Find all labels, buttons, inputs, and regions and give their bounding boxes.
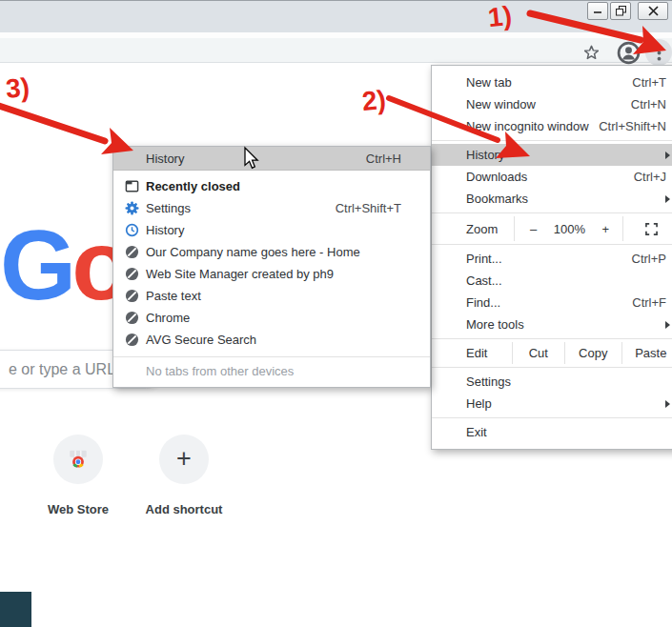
shortcut-hint: Ctrl+F: [632, 295, 666, 310]
annotation-step-1: 1): [486, 1, 513, 33]
fullscreen-button[interactable]: [622, 216, 672, 241]
menu-separator: [432, 338, 672, 339]
menu-separator: [432, 244, 672, 245]
menu-separator: [432, 140, 672, 141]
submenu-item-chrome[interactable]: Chrome: [113, 307, 430, 329]
menu-item-downloads[interactable]: Downloads Ctrl+J: [432, 166, 672, 188]
menu-item-new-incognito-window[interactable]: New incognito window Ctrl+Shift+N: [432, 115, 672, 137]
zoom-in-button[interactable]: +: [601, 222, 609, 236]
submenu-item-recently-closed[interactable]: Recently closed: [113, 175, 430, 197]
menu-item-bookmarks[interactable]: Bookmarks: [432, 188, 672, 210]
shortcut-hint: Ctrl+T: [632, 75, 666, 90]
menu-separator: [432, 212, 672, 213]
copy-button[interactable]: Copy: [564, 342, 621, 364]
annotation-step-2: 2): [361, 85, 388, 117]
toolbar: [0, 38, 672, 63]
close-icon: [648, 6, 659, 16]
no-tabs-note: No tabs from other devices: [113, 357, 430, 384]
submenu-item-our-company[interactable]: Our Company name goes here - Home: [113, 241, 430, 263]
shortcut-hint: Ctrl+Shift+T: [336, 201, 401, 215]
dark-corner-block: [0, 592, 31, 627]
globe-icon: [124, 333, 139, 348]
menu-item-cast[interactable]: Cast...: [432, 270, 672, 292]
logo-letter-g: G: [0, 211, 71, 320]
globe-icon: [124, 267, 139, 282]
minimize-button[interactable]: [587, 2, 608, 20]
chrome-main-menu: New tab Ctrl+T New window Ctrl+N New inc…: [431, 65, 672, 450]
shortcut-hint: Ctrl+N: [631, 97, 666, 111]
browser-window: Go e or type a URL Web Store + Add short…: [0, 0, 672, 627]
menu-item-new-window[interactable]: New window Ctrl+N: [432, 93, 672, 115]
edit-label: Edit: [432, 342, 512, 364]
submenu-item-web-site-manager[interactable]: Web Site Manager created by ph9: [113, 263, 430, 285]
history-submenu: History Ctrl+H Recently closed: [112, 146, 431, 388]
profile-avatar-icon[interactable]: [616, 40, 641, 65]
kebab-menu-icon: [657, 45, 662, 61]
add-shortcut-label: Add shortcut: [132, 502, 236, 516]
menu-separator: [432, 417, 672, 418]
kebab-menu-button[interactable]: [645, 39, 672, 66]
menu-item-find[interactable]: Find... Ctrl+F: [432, 292, 672, 314]
submenu-arrow-icon: [665, 321, 670, 329]
menu-item-exit[interactable]: Exit: [432, 421, 672, 443]
submenu-item-history-page[interactable]: History: [113, 219, 430, 241]
menu-item-new-tab[interactable]: New tab Ctrl+T: [432, 71, 672, 93]
submenu-item-settings[interactable]: Settings Ctrl+Shift+T: [113, 197, 430, 219]
menu-item-history[interactable]: History: [432, 144, 672, 166]
bookmark-star-icon[interactable]: [580, 42, 601, 63]
menu-item-settings[interactable]: Settings: [432, 371, 672, 393]
web-store-label: Web Store: [26, 502, 131, 516]
title-bar: [0, 0, 672, 32]
web-store-shortcut[interactable]: [53, 435, 103, 484]
globe-icon: [124, 245, 139, 260]
menu-item-help[interactable]: Help: [432, 393, 672, 415]
shortcut-hint: Ctrl+Shift+N: [599, 119, 666, 133]
fullscreen-icon: [645, 223, 658, 235]
zoom-label: Zoom: [432, 216, 514, 241]
restore-button[interactable]: [610, 2, 631, 20]
submenu-item-paste-text[interactable]: Paste text: [113, 285, 430, 307]
arrow-3: [0, 105, 105, 141]
close-button[interactable]: [638, 2, 668, 20]
web-store-icon: [67, 448, 90, 471]
menu-item-more-tools[interactable]: More tools: [432, 314, 672, 335]
cut-button[interactable]: Cut: [512, 342, 565, 364]
submenu-arrow-icon: [665, 400, 670, 408]
menu-item-print[interactable]: Print... Ctrl+P: [432, 248, 672, 270]
globe-icon: [124, 311, 139, 326]
google-logo: Go: [0, 215, 127, 315]
shortcut-hint: Ctrl+H: [366, 152, 401, 166]
submenu-arrow-icon: [665, 195, 670, 203]
add-shortcut-button[interactable]: +: [159, 435, 209, 484]
submenu-item-avg-secure-search[interactable]: AVG Secure Search: [113, 329, 430, 351]
shortcut-hint: Ctrl+P: [632, 252, 666, 266]
globe-icon: [124, 289, 139, 304]
submenu-item-history[interactable]: History Ctrl+H: [113, 147, 430, 171]
zoom-out-button[interactable]: –: [530, 222, 537, 236]
history-clock-icon: [124, 223, 139, 238]
submenu-arrow-icon: [665, 152, 670, 159]
restore-icon: [616, 6, 626, 16]
shortcut-hint: Ctrl+J: [634, 170, 666, 184]
paste-button[interactable]: Paste: [621, 342, 672, 364]
menu-separator: [432, 367, 672, 368]
restore-tab-icon: [124, 179, 139, 194]
minimize-icon: [593, 7, 602, 16]
zoom-level: 100%: [554, 222, 585, 236]
plus-icon: +: [176, 444, 192, 474]
gear-icon: [124, 201, 139, 216]
menu-zoom-row: Zoom – 100% +: [432, 216, 672, 241]
menu-edit-row: Edit Cut Copy Paste: [432, 342, 672, 364]
annotation-step-3: 3): [5, 72, 31, 105]
